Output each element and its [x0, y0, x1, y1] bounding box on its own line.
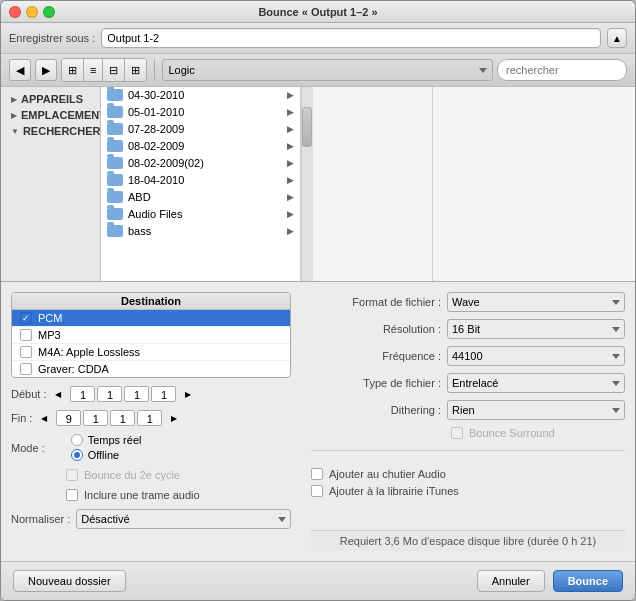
mode-realtime-radio[interactable] — [71, 434, 83, 446]
rechercher-label: RECHERCHER — [23, 125, 101, 137]
maximize-button[interactable] — [43, 6, 55, 18]
dest-item-mp3[interactable]: MP3 — [12, 327, 290, 344]
begin-down-arrow[interactable]: ◀ — [52, 388, 64, 400]
folder-icon — [107, 208, 123, 220]
mode-offline-row: Offline — [71, 449, 142, 461]
sidebar-item-appareils[interactable]: ▶ APPAREILS — [1, 91, 100, 107]
right-checkboxes: Ajouter au chutier Audio Ajouter à la li… — [311, 462, 625, 497]
end-down-arrow[interactable]: ◀ — [38, 412, 50, 424]
normalize-label: Normaliser : — [11, 513, 70, 525]
saveas-expand-button[interactable]: ▲ — [607, 28, 627, 48]
file-column-3 — [433, 87, 635, 281]
resolution-select[interactable]: 16 Bit — [447, 319, 625, 339]
file-item[interactable]: Audio Files▶ — [101, 206, 300, 223]
scrollbar-thumb[interactable] — [302, 107, 312, 147]
dest-item-cdda[interactable]: Graver: CDDA — [12, 361, 290, 377]
right-divider — [311, 450, 625, 451]
end-val-4[interactable]: 1 — [137, 410, 162, 426]
normalize-select[interactable]: Désactivé — [76, 509, 291, 529]
view-btn-3[interactable]: ⊟ — [103, 59, 125, 81]
begin-val-2[interactable]: 1 — [97, 386, 122, 402]
end-val-3[interactable]: 1 — [110, 410, 135, 426]
end-val-2[interactable]: 1 — [83, 410, 108, 426]
file-arrow-icon: ▶ — [287, 90, 294, 100]
file-format-select[interactable]: Wave — [447, 292, 625, 312]
mode-offline-radio[interactable] — [71, 449, 83, 461]
dest-checkbox-mp3[interactable] — [20, 329, 32, 341]
add-itunes-checkbox[interactable] — [311, 485, 323, 497]
file-arrow-icon: ▶ — [287, 124, 294, 134]
add-audio-bin-row: Ajouter au chutier Audio — [311, 468, 625, 480]
folder-icon — [107, 140, 123, 152]
main-window: Bounce « Output 1–2 » Enregistrer sous :… — [0, 0, 636, 601]
bounce-button[interactable]: Bounce — [553, 570, 623, 592]
bounce-2nd-checkbox[interactable] — [66, 469, 78, 481]
view-btn-4[interactable]: ⊞ — [125, 59, 146, 81]
view-btn-2[interactable]: ≡ — [84, 59, 103, 81]
back-button[interactable]: ◀ — [9, 59, 31, 81]
begin-up-arrow[interactable]: ▶ — [182, 388, 194, 400]
sidebar-item-rechercher[interactable]: ▼ RECHERCHER — [1, 123, 100, 139]
begin-val-1[interactable]: 1 — [70, 386, 95, 402]
file-item[interactable]: 08-02-2009▶ — [101, 138, 300, 155]
file-item[interactable]: ABD▶ — [101, 189, 300, 206]
file-type-select[interactable]: Entrelacé — [447, 373, 625, 393]
view-btn-1[interactable]: ⊞ — [62, 59, 84, 81]
emplacements-label: EMPLACEMENTS — [21, 109, 101, 121]
scrollbar-vertical[interactable] — [301, 87, 313, 281]
file-item[interactable]: 04-30-2010▶ — [101, 87, 300, 104]
file-item-name: 08-02-2009 — [128, 140, 282, 152]
saveas-label: Enregistrer sous : — [9, 32, 95, 44]
dest-checkbox-pcm[interactable]: ✓ — [20, 312, 32, 324]
file-item[interactable]: 07-28-2009▶ — [101, 121, 300, 138]
file-item[interactable]: 05-01-2010▶ — [101, 104, 300, 121]
begin-val-4[interactable]: 1 — [151, 386, 176, 402]
file-item[interactable]: 08-02-2009(02)▶ — [101, 155, 300, 172]
end-val-1[interactable]: 9 — [56, 410, 81, 426]
file-arrow-icon: ▶ — [287, 192, 294, 202]
file-type-row: Type de fichier : Entrelacé — [311, 373, 625, 393]
dest-item-pcm[interactable]: ✓ PCM — [12, 310, 290, 327]
emplacements-triangle: ▶ — [11, 111, 17, 120]
dest-item-m4a[interactable]: M4A: Apple Lossless — [12, 344, 290, 361]
include-frame-checkbox[interactable] — [66, 489, 78, 501]
dithering-select[interactable]: Rien — [447, 400, 625, 420]
resolution-row: Résolution : 16 Bit — [311, 319, 625, 339]
mode-label: Mode : — [11, 442, 45, 454]
bounce-surround-label: Bounce Surround — [469, 427, 555, 439]
file-arrow-icon: ▶ — [287, 141, 294, 151]
folder-icon — [107, 89, 123, 101]
bottom-content: Destination ✓ PCM MP3 M4A: Apple Lossles… — [1, 282, 635, 561]
file-item-name: ABD — [128, 191, 282, 203]
dest-checkbox-m4a[interactable] — [20, 346, 32, 358]
end-up-arrow[interactable]: ▶ — [168, 412, 180, 424]
file-arrow-icon: ▶ — [287, 226, 294, 236]
close-button[interactable] — [9, 6, 21, 18]
minimize-button[interactable] — [26, 6, 38, 18]
add-audio-bin-checkbox[interactable] — [311, 468, 323, 480]
sidebar-item-emplacements[interactable]: ▶ EMPLACEMENTS — [1, 107, 100, 123]
toolbar: ◀ ▶ ⊞ ≡ ⊟ ⊞ Logic — [1, 54, 635, 87]
file-item[interactable]: bass▶ — [101, 223, 300, 240]
file-item[interactable]: 18-04-2010▶ — [101, 172, 300, 189]
begin-val-3[interactable]: 1 — [124, 386, 149, 402]
file-arrow-icon: ▶ — [287, 175, 294, 185]
mode-realtime-row: Temps réel — [71, 434, 142, 446]
status-bar: Requiert 3,6 Mo d'espace disque libre (d… — [311, 530, 625, 551]
dest-checkbox-cdda[interactable] — [20, 363, 32, 375]
forward-button[interactable]: ▶ — [35, 59, 57, 81]
appareils-label: APPAREILS — [21, 93, 83, 105]
cancel-button[interactable]: Annuler — [477, 570, 545, 592]
frequency-select[interactable]: 44100 — [447, 346, 625, 366]
bounce-surround-checkbox[interactable] — [451, 427, 463, 439]
file-item-name: 08-02-2009(02) — [128, 157, 282, 169]
end-label: Fin : — [11, 412, 32, 424]
resolution-label: Résolution : — [311, 323, 441, 335]
search-input[interactable] — [497, 59, 627, 81]
folder-icon — [107, 191, 123, 203]
file-item-name: 04-30-2010 — [128, 89, 282, 101]
saveas-input[interactable] — [101, 28, 601, 48]
new-folder-button[interactable]: Nouveau dossier — [13, 570, 126, 592]
add-audio-bin-label: Ajouter au chutier Audio — [329, 468, 446, 480]
path-select[interactable]: Logic — [162, 59, 493, 81]
